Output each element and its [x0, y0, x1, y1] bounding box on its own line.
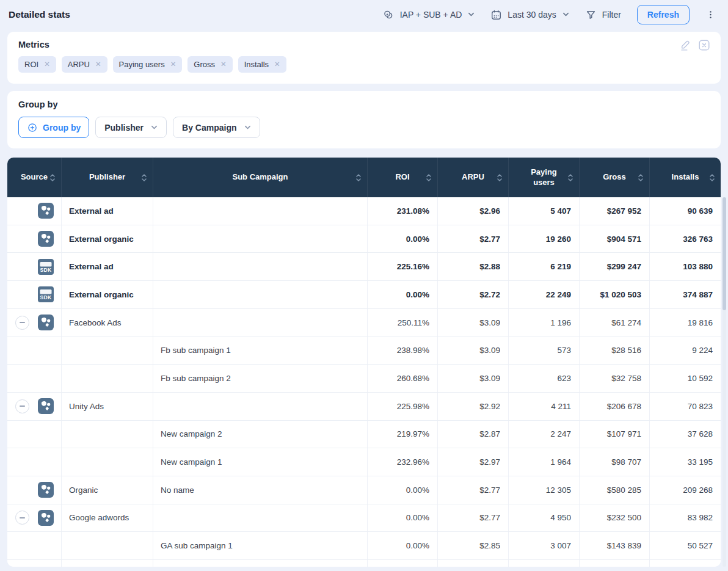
installs-cell — [649, 560, 721, 567]
source-cell — [7, 336, 61, 364]
sub-campaign-cell: GA sub campaign 1 — [153, 532, 367, 559]
chevron-down-icon — [244, 125, 251, 130]
roi-cell: 231.08% — [367, 197, 437, 225]
column-header-installs[interactable]: Installs — [649, 158, 721, 197]
scrollbar-thumb[interactable] — [723, 197, 726, 310]
metric-chip-installs[interactable]: Installs ✕ — [238, 56, 286, 73]
collapse-row-button[interactable] — [15, 399, 29, 413]
column-header-publisher[interactable]: Publisher — [61, 158, 153, 197]
column-header-roi[interactable]: ROI — [367, 158, 437, 197]
gross-cell — [579, 560, 649, 567]
roi-cell: 0.00% — [367, 504, 437, 532]
publisher-cell: Organic — [61, 476, 153, 504]
paying-users-cell: 22 249 — [508, 281, 579, 308]
sub-campaign-cell — [153, 281, 367, 308]
sort-icon — [497, 173, 503, 183]
remove-chip-icon[interactable]: ✕ — [274, 61, 280, 68]
paying-users-cell: 3 007 — [508, 532, 579, 559]
sub-campaign-cell: Fb sub campaign 1 — [153, 336, 367, 364]
remove-chip-icon[interactable]: ✕ — [170, 61, 177, 68]
group-by-select-publisher[interactable]: Publisher — [95, 117, 167, 138]
more-options-kebab-icon[interactable] — [705, 9, 716, 20]
roi-cell: 238.98% — [367, 336, 437, 364]
sub-campaign-cell: Fb sub campaign 2 — [153, 365, 367, 392]
remove-chip-icon[interactable]: ✕ — [95, 61, 101, 68]
table-row: External ad 225.16% $2.88 6 219 $299 247… — [7, 253, 721, 281]
refresh-button[interactable]: Refresh — [637, 5, 690, 24]
installs-cell: 10 592 — [649, 365, 721, 392]
sort-icon — [567, 173, 573, 183]
publisher-cell: External ad — [61, 197, 153, 225]
sdk-source-icon — [38, 286, 54, 302]
sort-icon — [141, 173, 147, 183]
paying-users-cell: 1 196 — [508, 309, 579, 336]
installs-cell: 83 982 — [649, 504, 721, 532]
column-header-source[interactable]: Source — [7, 158, 61, 197]
installs-cell: 37 628 — [649, 421, 721, 448]
filter-button[interactable]: Filter — [585, 9, 621, 21]
gross-cell: $232 500 — [579, 504, 649, 532]
publisher-cell: External organic — [61, 225, 153, 253]
source-cell — [7, 309, 61, 336]
source-cell — [7, 197, 61, 225]
gross-cell: $206 678 — [579, 393, 649, 420]
top-bar-controls: IAP + SUB + AD Last 30 days Filter Refre… — [383, 5, 716, 24]
column-header-sub-campaign[interactable]: Sub Campaign — [153, 158, 367, 197]
group-by-select-campaign[interactable]: By Campaign — [173, 117, 260, 138]
installs-cell: 103 880 — [649, 253, 721, 280]
publisher-cell — [61, 560, 153, 567]
metric-chip-arpu[interactable]: ARPU ✕ — [62, 56, 107, 73]
gross-cell: $107 971 — [579, 421, 649, 448]
edit-metrics-pencil-icon[interactable] — [679, 38, 692, 52]
source-cell — [7, 281, 61, 308]
publisher-cell — [61, 532, 153, 559]
gross-cell: $32 758 — [579, 365, 649, 392]
table-row: Organic No name 0.00% $2.77 12 305 $580 … — [7, 476, 721, 504]
revenue-type-dropdown[interactable]: IAP + SUB + AD — [383, 9, 475, 21]
sub-campaign-cell — [153, 504, 367, 532]
top-bar: Detailed stats IAP + SUB + AD Last 30 da… — [0, 0, 728, 29]
table-row: Facebook Ads 250.11% $3.09 1 196 $61 274… — [7, 309, 721, 337]
metric-chip-paying-users[interactable]: Paying users ✕ — [113, 56, 183, 73]
date-range-dropdown[interactable]: Last 30 days — [490, 9, 569, 21]
mytracker-source-icon — [38, 315, 54, 330]
table-row: Fb sub campaign 2 260.68% $3.09 623 $32 … — [7, 365, 721, 393]
column-header-gross[interactable]: Gross — [579, 158, 649, 197]
source-cell — [7, 476, 61, 504]
installs-cell: 19 816 — [649, 309, 721, 336]
metrics-section-title: Metrics — [18, 40, 710, 49]
collapse-row-button[interactable] — [15, 316, 29, 330]
arpu-cell: $2.77 — [437, 476, 508, 504]
add-group-by-button[interactable]: Group by — [18, 117, 89, 138]
publisher-cell — [61, 421, 153, 448]
installs-cell: 209 268 — [649, 476, 721, 504]
arpu-cell: $2.72 — [437, 281, 508, 308]
table-row: GA sub campaign 1 0.00% $2.85 3 007 $143… — [7, 532, 721, 560]
mytracker-source-icon — [38, 482, 54, 498]
clear-metrics-close-square-icon[interactable] — [697, 38, 711, 52]
source-cell — [7, 504, 61, 532]
sort-icon — [49, 173, 56, 183]
sub-campaign-cell — [153, 560, 367, 567]
page-title: Detailed stats — [9, 9, 70, 20]
remove-chip-icon[interactable]: ✕ — [44, 61, 50, 68]
paying-users-cell: 12 305 — [508, 476, 579, 504]
paying-users-cell: 2 247 — [508, 421, 579, 448]
gross-cell: $28 516 — [579, 336, 649, 364]
metric-chip-gross[interactable]: Gross ✕ — [187, 56, 232, 73]
collapse-row-button[interactable] — [15, 511, 29, 525]
arpu-cell: $2.77 — [437, 504, 508, 532]
table-header-row: Source Publisher Sub Campaign ROI ARPU P… — [7, 158, 721, 197]
gross-cell: $1 020 503 — [579, 281, 649, 308]
metric-chip-roi[interactable]: ROI ✕ — [18, 56, 56, 73]
roi-cell: 0.00% — [367, 225, 437, 253]
table-vertical-scrollbar[interactable] — [723, 197, 726, 567]
source-cell — [7, 365, 61, 392]
arpu-cell: $2.96 — [437, 197, 508, 225]
publisher-cell: Unity Ads — [61, 393, 153, 420]
arpu-cell — [437, 560, 508, 567]
column-header-arpu[interactable]: ARPU — [437, 158, 508, 197]
remove-chip-icon[interactable]: ✕ — [220, 61, 227, 68]
column-header-paying-users[interactable]: Paying users — [508, 158, 579, 197]
arpu-cell: $2.77 — [437, 225, 508, 253]
